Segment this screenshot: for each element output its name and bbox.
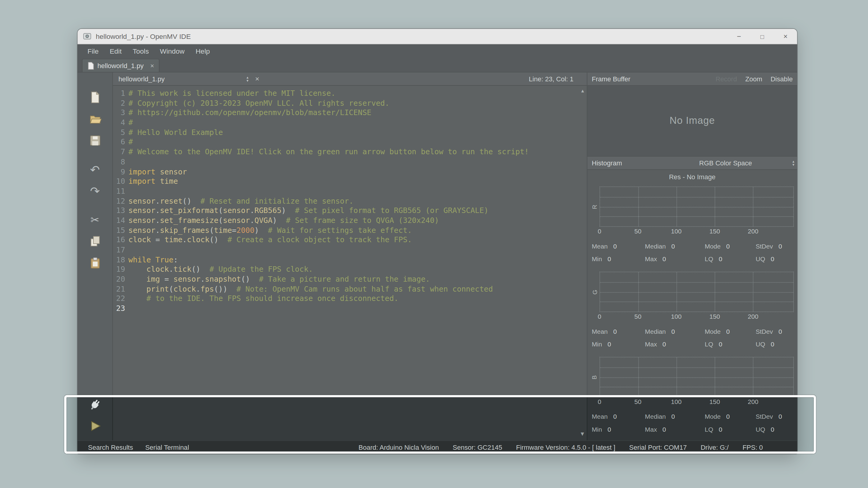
save-button[interactable]: [86, 131, 104, 150]
line-number: 11: [113, 187, 128, 196]
editor-header: helloworld_1.py ▴▾ × Line: 23, Col: 1: [113, 73, 587, 86]
tick-label: 50: [634, 228, 642, 235]
cursor-position: Line: 23, Col: 1: [529, 75, 581, 83]
redo-button[interactable]: ↷: [86, 181, 104, 200]
line-number: 4: [113, 118, 128, 127]
stat-min: Min0: [592, 423, 645, 435]
menu-item-edit[interactable]: Edit: [104, 44, 127, 59]
code-line[interactable]: 16clock = time.clock() # Create a clock …: [113, 235, 587, 245]
scroll-up-icon[interactable]: ▴: [581, 88, 584, 93]
menu-item-window[interactable]: Window: [154, 44, 190, 59]
menubar: FileEditToolsWindowHelp: [78, 44, 797, 59]
histogram-stats: Mean0Median0Mode0StDev0Min0Max0LQ0UQ0: [590, 411, 794, 435]
document-selector[interactable]: helloworld_1.py: [119, 75, 164, 83]
code-line[interactable]: 19 clock.tick() # Update the FPS clock.: [113, 265, 587, 274]
code-line[interactable]: 4#: [113, 118, 587, 127]
code-text: img = sensor.snapshot() # Take a picture…: [128, 274, 430, 284]
code-line[interactable]: 12sensor.reset() # Reset and initialize …: [113, 196, 587, 206]
tick-label: 150: [710, 398, 720, 405]
paste-button[interactable]: [86, 253, 104, 272]
line-number: 2: [113, 98, 128, 108]
code-line[interactable]: 15sensor.skip_frames(time=2000) # Wait f…: [113, 226, 587, 235]
copy-button[interactable]: [86, 232, 104, 251]
menu-item-tools[interactable]: Tools: [127, 44, 154, 59]
stat-lq: LQ0: [705, 423, 755, 435]
tick-label: 200: [748, 313, 758, 320]
record-button[interactable]: Record: [715, 75, 737, 83]
color-space-select[interactable]: RGB Color Space: [699, 159, 752, 167]
code-text: while True:: [128, 255, 178, 264]
menu-item-file[interactable]: File: [82, 44, 104, 59]
open-folder-button[interactable]: [86, 110, 104, 128]
code-line[interactable]: 20 img = sensor.snapshot() # Take a pict…: [113, 274, 587, 284]
code-line[interactable]: 10import time: [113, 176, 587, 186]
code-text: # Hello World Example: [128, 128, 223, 137]
code-line[interactable]: 7# Welcome to the OpenMV IDE! Click on t…: [113, 147, 587, 157]
connect-button[interactable]: [86, 395, 104, 414]
tick-label: 150: [710, 228, 720, 235]
tick-label: 200: [748, 398, 758, 405]
color-space-spinner-icon[interactable]: ▴▾: [792, 160, 794, 166]
disable-button[interactable]: Disable: [771, 75, 793, 83]
tick-label: 100: [671, 313, 681, 320]
start-button[interactable]: [86, 417, 104, 435]
code-line[interactable]: 5# Hello World Example: [113, 128, 587, 137]
zoom-button[interactable]: Zoom: [745, 75, 762, 83]
code-line[interactable]: 9import sensor: [113, 167, 587, 176]
code-line[interactable]: 23: [113, 304, 587, 314]
tab-helloworld[interactable]: helloworld_1.py ×: [82, 59, 160, 72]
code-line[interactable]: 17: [113, 245, 587, 255]
tick-label: 0: [598, 313, 601, 320]
line-number: 14: [113, 216, 128, 225]
code-line[interactable]: 8: [113, 157, 587, 167]
minimize-button[interactable]: −: [727, 29, 750, 44]
close-button[interactable]: ×: [774, 29, 797, 44]
document-selector-spinner-icon[interactable]: ▴▾: [247, 76, 248, 82]
code-line[interactable]: 3# https://github.com/openmv/openmv/blob…: [113, 108, 587, 118]
histogram-stats: Mean0Median0Mode0StDev0Min0Max0LQ0UQ0: [590, 325, 794, 350]
editor-close-icon[interactable]: ×: [255, 75, 259, 83]
stat-median: Median0: [645, 240, 705, 252]
new-file-button[interactable]: [86, 88, 104, 107]
status-item: Serial Port: COM17: [629, 444, 687, 451]
code-line[interactable]: 18while True:: [113, 255, 587, 264]
code-text: import time: [128, 176, 178, 186]
stat-lq: LQ0: [705, 253, 755, 265]
titlebar[interactable]: helloworld_1.py - OpenMV IDE − □ ×: [78, 29, 797, 44]
tab-close-icon[interactable]: ×: [150, 62, 154, 70]
undo-button[interactable]: ↶: [86, 160, 104, 178]
redo-icon: ↷: [90, 185, 100, 197]
code-line[interactable]: 11: [113, 187, 587, 196]
scroll-down-icon[interactable]: ▾: [581, 431, 584, 436]
serial-terminal-tab[interactable]: Serial Terminal: [139, 441, 195, 454]
x-axis-ticks: 050100150200: [599, 227, 794, 235]
search-results-tab[interactable]: Search Results: [82, 441, 139, 454]
code-line[interactable]: 21 print(clock.fps()) # Note: OpenMV Cam…: [113, 284, 587, 294]
connect-icon: [88, 398, 101, 411]
status-item: Sensor: GC2145: [453, 444, 502, 451]
frame-buffer-header: Frame Buffer Record Zoom Disable: [587, 73, 797, 86]
code-text: # to the IDE. The FPS should increase on…: [128, 294, 398, 304]
menu-item-help[interactable]: Help: [190, 44, 216, 59]
save-icon: [88, 134, 101, 147]
code-area[interactable]: 1# This work is licensed under the MIT l…: [113, 86, 587, 441]
cut-button[interactable]: ✂: [86, 210, 104, 229]
code-line[interactable]: 1# This work is licensed under the MIT l…: [113, 89, 587, 98]
code-text: # https://github.com/openmv/openmv/blob/…: [128, 108, 371, 118]
code-line[interactable]: 13sensor.set_pixformat(sensor.RGB565) # …: [113, 206, 587, 216]
code-line[interactable]: 22 # to the IDE. The FPS should increase…: [113, 294, 587, 304]
file-toolbar-group: ↶↷✂: [86, 88, 104, 275]
maximize-button[interactable]: □: [751, 29, 774, 44]
tick-label: 100: [671, 228, 681, 235]
code-text: import sensor: [128, 167, 187, 176]
paste-icon: [88, 256, 101, 269]
code-line[interactable]: 6#: [113, 137, 587, 147]
line-number: 22: [113, 294, 128, 304]
statusbar: Search Results Serial Terminal Board: Ar…: [78, 441, 797, 454]
status-item: Drive: G:/: [701, 444, 729, 451]
line-number: 12: [113, 196, 128, 206]
histogram-plot-b: [599, 357, 794, 397]
code-line[interactable]: 2# Copyright (c) 2013-2023 OpenMV LLC. A…: [113, 98, 587, 108]
code-line[interactable]: 14sensor.set_framesize(sensor.QVGA) # Se…: [113, 216, 587, 225]
line-number: 3: [113, 108, 128, 118]
